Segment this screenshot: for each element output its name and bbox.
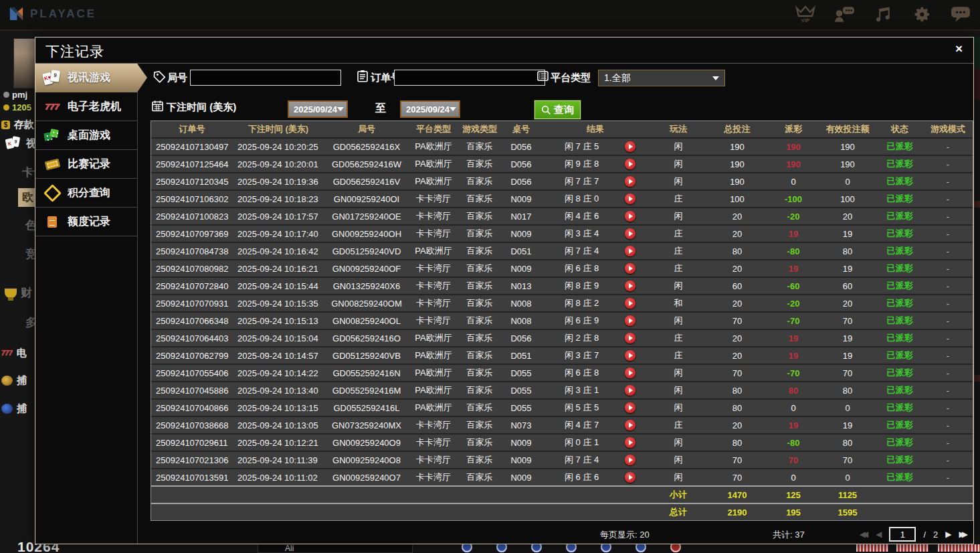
cell-total_bet: 20 <box>706 295 768 312</box>
column-header-bet_on: 玩法 <box>650 121 706 138</box>
table-row: 2509241071008232025-09-24 10:17:57GN0172… <box>151 208 973 225</box>
chat-icon[interactable] <box>949 5 972 23</box>
bg-item-dianzi: 777电 <box>1 347 27 360</box>
prev-page-icon[interactable]: ◀ <box>876 528 882 541</box>
music-icon[interactable] <box>872 5 894 23</box>
cell-game: 百家乐 <box>458 138 502 155</box>
sidebar-tab-quota-records[interactable]: 额度记录 <box>35 208 138 236</box>
calendar-icon <box>152 100 163 112</box>
sidebar-tab-slots[interactable]: 777电子老虎机 <box>35 92 138 121</box>
cell-round: GD051259240VD <box>324 242 409 260</box>
cell-time: 2025-09-24 10:11:39 <box>233 451 324 469</box>
cell-mode: - <box>923 399 973 416</box>
cell-bet_on: 闲 <box>650 451 706 469</box>
result-score: 闲 6 庄 8 <box>565 262 599 274</box>
play-replay-button[interactable] <box>625 246 635 256</box>
play-icon <box>629 353 633 358</box>
play-replay-button[interactable] <box>625 333 635 343</box>
cell-round: GD0552592416N <box>324 364 409 382</box>
customer-service-icon[interactable] <box>833 5 856 23</box>
result-score: 闲 8 庄 9 <box>565 280 599 292</box>
play-replay-button[interactable] <box>625 263 635 274</box>
cell-table: N009 <box>502 434 541 451</box>
cell-round: GN008259240OM <box>324 295 409 312</box>
table-row: 2509241070386682025-09-24 10:13:05GN0732… <box>151 416 973 434</box>
cell-game: 百家乐 <box>458 399 502 416</box>
total-valid-bet: 1595 <box>819 503 876 520</box>
play-replay-button[interactable] <box>625 315 635 326</box>
play-replay-button[interactable] <box>625 420 635 430</box>
round-label: 局号 <box>167 72 187 84</box>
chevron-down-icon <box>337 107 344 111</box>
play-replay-button[interactable] <box>625 455 635 465</box>
close-icon[interactable]: × <box>955 42 963 56</box>
cell-result: 闲 0 庄 1 <box>541 434 650 451</box>
first-page-icon[interactable]: ◀◀ <box>860 528 868 541</box>
cell-bet_on: 闲 <box>650 382 706 399</box>
cell-table: D055 <box>502 364 541 382</box>
sidebar-tab-table-games[interactable]: 桌面游戏 <box>35 121 138 150</box>
date-from-select[interactable]: 2025/09/24 <box>288 100 348 118</box>
round-input[interactable] <box>190 70 341 86</box>
cell-payout: 0 <box>768 399 819 416</box>
platform-select[interactable]: 1.全部 <box>598 70 725 86</box>
result-score: 闲 4 庄 7 <box>565 419 599 431</box>
cell-mode: - <box>923 382 973 399</box>
table-row: 2509241070135912025-09-24 10:11:02GN0092… <box>151 469 973 486</box>
play-replay-button[interactable] <box>625 472 635 483</box>
cell-total_bet: 80 <box>706 242 768 260</box>
cell-game: 百家乐 <box>458 451 502 469</box>
play-replay-button[interactable] <box>625 437 635 448</box>
table-row: 2509241070458862025-09-24 10:13:40GD0552… <box>151 382 973 399</box>
cell-valid_bet: 80 <box>819 242 876 260</box>
cell-valid_bet: 60 <box>819 277 876 295</box>
cell-status: 已派彩 <box>876 434 923 451</box>
play-replay-button[interactable] <box>625 193 635 204</box>
play-replay-button[interactable] <box>625 281 635 291</box>
settings-gear-icon[interactable] <box>910 5 933 23</box>
cell-time: 2025-09-24 10:16:21 <box>233 260 324 277</box>
play-icon <box>629 301 633 306</box>
play-icon <box>629 214 633 219</box>
play-replay-button[interactable] <box>625 228 635 239</box>
dice-icon <box>43 129 62 143</box>
last-page-icon[interactable]: ▶▶ <box>959 528 968 541</box>
play-icon <box>629 231 633 236</box>
slot-777-icon: 777 <box>1 349 13 357</box>
cell-game: 百家乐 <box>458 190 502 208</box>
play-replay-button[interactable] <box>625 385 635 396</box>
play-replay-button[interactable] <box>625 141 635 152</box>
play-replay-button[interactable] <box>625 350 635 361</box>
play-replay-button[interactable] <box>625 176 635 187</box>
play-replay-button[interactable] <box>625 402 635 413</box>
search-button[interactable]: 查询 <box>534 100 581 119</box>
cell-game: 百家乐 <box>458 173 502 190</box>
play-icon <box>629 179 633 184</box>
page-number-input[interactable] <box>889 527 916 542</box>
date-to-select[interactable]: 2025/09/24 <box>400 100 460 118</box>
vip-icon[interactable]: VIP <box>794 5 817 23</box>
column-header-total_bet: 总投注 <box>706 121 768 138</box>
cell-round: GD0562592416W <box>324 155 409 173</box>
cell-order: 250924107120345 <box>151 173 233 190</box>
cell-table: N009 <box>502 190 541 208</box>
cell-total_bet: 70 <box>706 469 768 486</box>
cell-total_bet: 20 <box>706 260 768 277</box>
sidebar-tab-points-query[interactable]: 积分查询 <box>35 179 138 208</box>
cell-round: GN009259240O8 <box>324 451 409 469</box>
result-score: 闲 6 庄 8 <box>565 367 599 379</box>
cell-time: 2025-09-24 10:13:05 <box>233 416 324 434</box>
cell-platform: PA欧洲厅 <box>409 364 458 382</box>
column-header-table: 桌号 <box>502 121 541 138</box>
next-page-icon[interactable]: ▶ <box>945 528 951 541</box>
sidebar-tab-video-games[interactable]: K♥9视讯游戏 <box>35 64 147 92</box>
cell-game: 百家乐 <box>458 155 502 173</box>
order-input[interactable] <box>394 70 545 86</box>
cell-payout: -70 <box>768 312 819 329</box>
play-replay-button[interactable] <box>625 211 635 222</box>
cell-result: 闲 3 庄 4 <box>541 225 650 242</box>
play-replay-button[interactable] <box>625 368 635 378</box>
play-replay-button[interactable] <box>625 298 635 309</box>
sidebar-tab-match-records[interactable]: 比赛记录 <box>35 150 138 179</box>
play-replay-button[interactable] <box>625 159 635 169</box>
